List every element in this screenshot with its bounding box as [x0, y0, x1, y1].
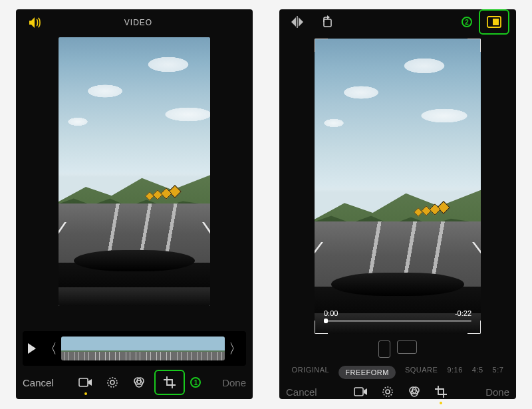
video-preview[interactable]: [59, 37, 210, 306]
aspect-option-square[interactable]: SQUARE: [405, 366, 438, 379]
step-badge-2: 2: [462, 17, 472, 27]
crop-corner-tl[interactable]: [315, 39, 328, 52]
filters-tool-icon[interactable]: [403, 382, 426, 402]
timeline-thumbs[interactable]: [61, 337, 225, 360]
step-badge-1: 1: [190, 377, 201, 388]
active-dot: [440, 402, 442, 404]
active-dot: [84, 392, 87, 395]
timeline-thumb[interactable]: [164, 337, 174, 360]
aspect-option-5-7[interactable]: 5:7: [493, 366, 504, 379]
left-bottombar: Cancel 1 Done: [16, 366, 253, 399]
header-title: VIDEO: [47, 18, 230, 27]
timeline[interactable]: 〈 〉: [23, 331, 246, 366]
svg-rect-9: [493, 19, 499, 25]
play-icon[interactable]: [28, 343, 36, 354]
aspect-ratio-icon[interactable]: [483, 12, 505, 32]
aspect-option-4-5[interactable]: 4:5: [472, 366, 483, 379]
timeline-thumb[interactable]: [102, 337, 112, 360]
cancel-button[interactable]: Cancel: [23, 377, 54, 388]
timeline-thumb[interactable]: [61, 337, 71, 360]
svg-point-12: [386, 390, 390, 394]
left-topbar: VIDEO: [16, 9, 253, 36]
timeline-thumb[interactable]: [92, 337, 102, 360]
timeline-thumb[interactable]: [215, 337, 225, 360]
svg-rect-10: [354, 388, 363, 396]
scrubber-bar[interactable]: [324, 320, 471, 322]
time-end: -0:22: [455, 309, 471, 317]
trim-handle-right[interactable]: 〉: [229, 340, 242, 358]
rotate-icon[interactable]: [315, 12, 338, 32]
orientation-picker: [279, 334, 516, 359]
time-start: 0:00: [324, 309, 338, 317]
volume-icon[interactable]: [24, 13, 47, 33]
aspect-highlight: [479, 9, 509, 35]
crop-preview[interactable]: 0:00 -0:22: [315, 39, 481, 334]
timeline-thumb[interactable]: [174, 337, 184, 360]
cancel-button[interactable]: Cancel: [286, 386, 317, 398]
svg-point-2: [110, 380, 114, 384]
phone-left: VIDEO 〈 〉 Cancel: [16, 9, 253, 399]
stage: VIDEO 〈 〉 Cancel: [0, 0, 532, 408]
orientation-landscape[interactable]: [397, 341, 417, 354]
flip-horizontal-icon[interactable]: [286, 12, 309, 32]
svg-rect-7: [324, 19, 331, 27]
aspect-option-9-16[interactable]: 9:16: [447, 366, 462, 379]
svg-point-11: [383, 387, 392, 396]
svg-point-1: [108, 378, 117, 387]
timeline-thumb[interactable]: [143, 337, 153, 360]
right-topbar: 2: [279, 9, 516, 35]
timeline-thumb[interactable]: [82, 337, 92, 360]
done-button[interactable]: Done: [222, 377, 246, 388]
time-scrubber[interactable]: 0:00 -0:22: [324, 309, 471, 322]
svg-rect-0: [79, 378, 88, 386]
timeline-thumb[interactable]: [204, 337, 214, 360]
aspect-option-freeform[interactable]: FREEFORM: [338, 366, 396, 379]
left-video-area: [16, 36, 253, 327]
timeline-thumb[interactable]: [194, 337, 204, 360]
crop-corner-br[interactable]: [467, 321, 481, 334]
crop-tool-icon[interactable]: [158, 372, 181, 392]
filters-tool-icon[interactable]: [128, 372, 150, 392]
crop-corner-tr[interactable]: [467, 39, 481, 52]
right-bottombar: Cancel Done: [279, 382, 516, 402]
video-tool-icon[interactable]: [74, 372, 97, 392]
adjust-tool-icon[interactable]: [376, 382, 399, 402]
crop-tool-icon[interactable]: [430, 382, 452, 402]
phone-right: 2 0:00: [279, 9, 516, 399]
right-video-area: 0:00 -0:22: [279, 35, 516, 334]
aspect-options: ORIGINALFREEFORMSQUARE9:164:55:7: [279, 359, 516, 382]
crop-tool-highlight: [154, 370, 185, 395]
trim-handle-left[interactable]: 〈: [44, 340, 57, 358]
timeline-thumb[interactable]: [71, 337, 81, 360]
orientation-portrait[interactable]: [378, 341, 390, 358]
aspect-option-original[interactable]: ORIGINAL: [292, 366, 330, 379]
timeline-thumb[interactable]: [184, 337, 194, 360]
timeline-thumb[interactable]: [133, 337, 143, 360]
video-tool-icon[interactable]: [350, 382, 372, 402]
timeline-thumb[interactable]: [112, 337, 122, 360]
done-button[interactable]: Done: [485, 386, 509, 398]
timeline-thumb[interactable]: [153, 337, 163, 360]
timeline-thumb[interactable]: [122, 337, 132, 360]
adjust-tool-icon[interactable]: [101, 372, 124, 392]
